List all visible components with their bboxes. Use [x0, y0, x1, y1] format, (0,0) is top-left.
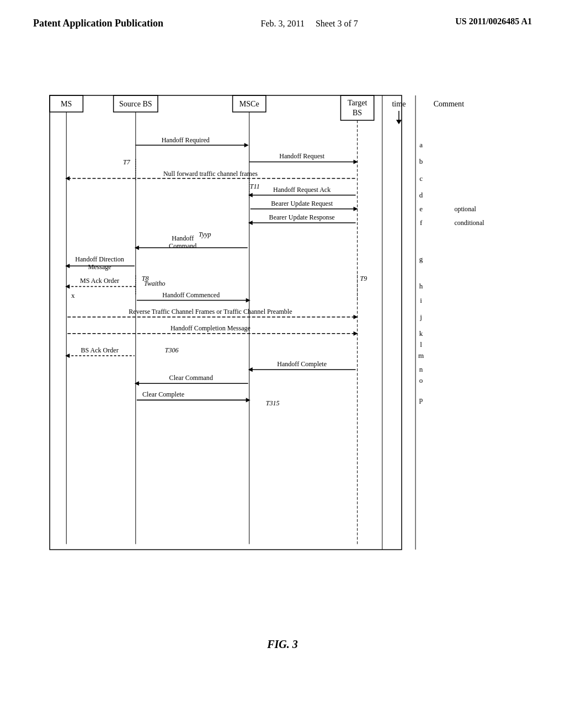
svg-marker-51: [135, 245, 139, 250]
svg-text:Handoff Request Ack: Handoff Request Ack: [273, 186, 331, 194]
svg-text:Source BS: Source BS: [119, 99, 152, 108]
svg-text:h: h: [419, 282, 423, 290]
svg-marker-91: [135, 381, 139, 386]
svg-marker-94: [246, 398, 250, 402]
svg-text:Handoff Required: Handoff Required: [162, 136, 210, 144]
publication-date: Feb. 3, 2011: [261, 19, 305, 28]
svg-text:o: o: [419, 376, 423, 384]
svg-text:Null forward traffic channel f: Null forward traffic channel frames: [163, 170, 258, 178]
svg-text:d: d: [419, 191, 423, 199]
sequence-diagram: MS Source BS MSCe Target BS time Comment…: [33, 88, 532, 618]
svg-text:Comment: Comment: [434, 99, 465, 108]
svg-marker-18: [244, 143, 249, 147]
svg-text:x: x: [71, 291, 75, 299]
patent-number: US 2011/0026485 A1: [455, 17, 532, 26]
svg-text:T315: T315: [266, 399, 280, 407]
publication-title: Patent Application Publication: [33, 17, 163, 30]
svg-text:Command: Command: [169, 242, 196, 250]
svg-text:time: time: [392, 99, 406, 108]
svg-rect-98: [50, 95, 402, 550]
svg-text:Target: Target: [348, 98, 367, 107]
svg-text:T7: T7: [123, 158, 131, 166]
svg-text:T306: T306: [165, 346, 179, 354]
svg-text:p: p: [419, 395, 423, 404]
svg-text:n: n: [419, 365, 423, 373]
svg-text:a: a: [419, 141, 423, 149]
diagram-area: MS Source BS MSCe Target BS time Comment…: [33, 88, 532, 618]
svg-text:Tyyp: Tyyp: [199, 231, 211, 238]
svg-text:Bearer Update Response: Bearer Update Response: [269, 213, 335, 221]
svg-text:MS: MS: [61, 99, 72, 108]
svg-text:Handoff Commenced: Handoff Commenced: [162, 291, 220, 299]
svg-text:BS: BS: [353, 108, 362, 117]
svg-marker-34: [248, 193, 253, 197]
svg-marker-43: [248, 221, 253, 225]
svg-text:Handoff Completion Message: Handoff Completion Message: [170, 324, 250, 332]
svg-text:MS Ack Order: MS Ack Order: [80, 277, 119, 285]
svg-text:BS Ack Order: BS Ack Order: [81, 346, 118, 354]
svg-marker-28: [65, 176, 70, 181]
svg-text:i: i: [420, 296, 422, 304]
svg-text:l: l: [420, 340, 422, 349]
svg-text:Clear Command: Clear Command: [169, 374, 213, 382]
svg-marker-11: [396, 120, 402, 124]
svg-text:Handoff Request: Handoff Request: [279, 152, 324, 160]
figure-caption: FIG. 3: [267, 638, 298, 651]
svg-text:Bearer Update Request: Bearer Update Request: [271, 200, 333, 207]
svg-text:T11: T11: [250, 183, 260, 190]
svg-text:optional: optional: [454, 205, 476, 213]
svg-text:MSCe: MSCe: [239, 99, 259, 108]
svg-marker-82: [65, 354, 70, 358]
svg-text:Clear Complete: Clear Complete: [142, 390, 184, 398]
svg-text:T9: T9: [360, 275, 367, 282]
svg-text:Handoff: Handoff: [172, 234, 194, 242]
svg-text:Reverse Traffic Channel Frames: Reverse Traffic Channel Frames or Traffi…: [129, 308, 292, 315]
svg-text:Handoff Direction: Handoff Direction: [75, 255, 124, 263]
svg-text:m: m: [418, 351, 424, 360]
svg-marker-86: [248, 367, 253, 372]
header-center: Feb. 3, 2011 Sheet 3 of 7: [261, 17, 358, 31]
svg-text:f: f: [420, 218, 423, 227]
svg-marker-55: [65, 264, 70, 268]
svg-text:b: b: [419, 157, 423, 165]
svg-text:g: g: [419, 255, 423, 263]
sheet-info: Sheet 3 of 7: [316, 19, 358, 28]
svg-marker-63: [65, 284, 70, 288]
svg-text:Twaitho: Twaitho: [144, 280, 166, 287]
svg-text:conditional: conditional: [454, 219, 484, 227]
svg-text:c: c: [419, 174, 423, 183]
svg-text:k: k: [419, 329, 423, 338]
svg-marker-68: [246, 298, 250, 303]
page-header: Patent Application Publication Feb. 3, 2…: [0, 0, 565, 31]
svg-text:Message: Message: [88, 263, 111, 271]
svg-text:Handoff Complete: Handoff Complete: [277, 360, 327, 368]
svg-text:j: j: [419, 313, 422, 321]
svg-text:e: e: [419, 205, 423, 213]
